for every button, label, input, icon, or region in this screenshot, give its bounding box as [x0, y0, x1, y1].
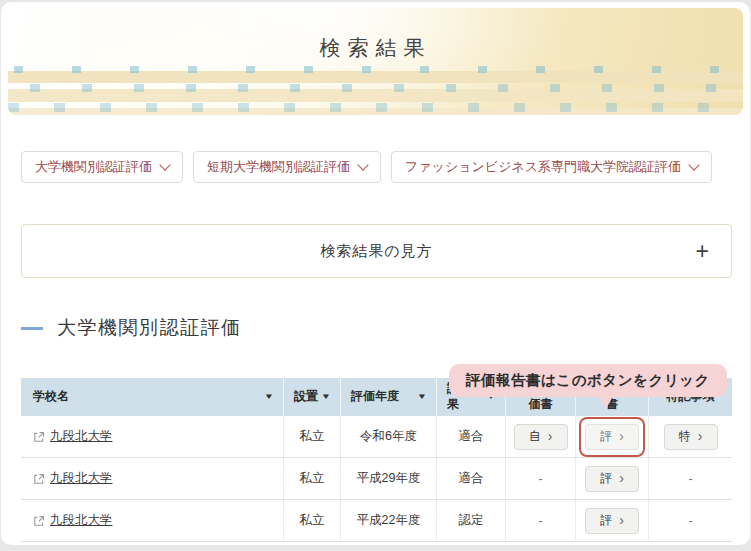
external-link-icon: [33, 515, 45, 527]
filter-dropdown-chip[interactable]: 大学機関別認証評価: [21, 151, 183, 183]
table-row: 九段北大学 私立 令和6年度 適合 自› 評› 特›: [21, 416, 732, 458]
section-title: 大学機関別認証評価: [57, 315, 242, 341]
evaluation-result-cell: 適合: [437, 458, 506, 499]
external-link-icon: [33, 431, 45, 443]
report-button-tooltip: 評価報告書はこのボタンをクリック: [449, 364, 727, 397]
special-notes-cell: -: [649, 458, 732, 499]
filter-chip-row: 大学機関別認証評価 短期大学機関別認証評価 ファッションビジネス系専門職大学院認…: [21, 151, 712, 183]
school-link[interactable]: 九段北大学: [50, 428, 113, 445]
button-label: 評: [600, 428, 612, 445]
section-dash-icon: [21, 327, 43, 330]
establishment-cell: 私立: [284, 500, 341, 541]
column-header-label: 学校名: [33, 389, 69, 405]
evaluation-report-cell: 評›: [576, 416, 649, 457]
button-label: 自: [529, 428, 541, 445]
button-label: 特: [679, 428, 691, 445]
special-document-button[interactable]: 特›: [664, 424, 718, 450]
accordion-label: 検索結果の見方: [320, 242, 432, 261]
chevron-right-icon: ›: [619, 429, 624, 443]
results-help-accordion[interactable]: 検索結果の見方 +: [21, 224, 732, 278]
filter-chip-label: 短期大学機関別認証評価: [207, 158, 350, 176]
sort-desc-icon[interactable]: ▼: [417, 392, 427, 402]
chevron-down-icon: [159, 159, 170, 170]
results-table: 学校名▼設置▼評価年度▼評価結果▼自己評価書評価報告書特記事項 九段北大学 私立…: [21, 378, 732, 542]
tooltip-text: 評価報告書はこのボタンをクリック: [466, 371, 710, 390]
table-row: 九段北大学 私立 平成29年度 適合 - 評› -: [21, 458, 732, 500]
plus-icon[interactable]: +: [696, 240, 710, 263]
special-notes-cell: -: [649, 500, 732, 541]
external-link-icon: [33, 473, 45, 485]
evaluation-year-cell: 令和6年度: [341, 416, 437, 457]
special-notes-cell: 特›: [649, 416, 732, 457]
report-document-button[interactable]: 評›: [585, 466, 639, 492]
filter-chip-label: 大学機関別認証評価: [35, 158, 152, 176]
page-title: 検索結果: [8, 34, 743, 62]
filter-dropdown-chip[interactable]: ファッションビジネス系専門職大学院認証評価: [391, 151, 712, 183]
button-label: 評: [600, 470, 612, 487]
chevron-right-icon: ›: [619, 471, 624, 485]
column-header-label: 設置: [294, 389, 318, 405]
sort-desc-icon[interactable]: ▼: [321, 392, 331, 402]
evaluation-year-cell: 平成29年度: [341, 458, 437, 499]
school-link[interactable]: 九段北大学: [50, 512, 113, 529]
report-document-button[interactable]: 評›: [585, 508, 639, 534]
evaluation-report-cell: 評›: [576, 458, 649, 499]
school-link[interactable]: 九段北大学: [50, 470, 113, 487]
table-body: 九段北大学 私立 令和6年度 適合 自› 評› 特› 九段北大学 私立 平成29…: [21, 416, 732, 542]
section-heading: 大学機関別認証評価: [21, 315, 242, 341]
evaluation-report-cell: 評›: [576, 500, 649, 541]
chevron-right-icon: ›: [548, 429, 553, 443]
self-evaluation-cell: -: [506, 458, 576, 499]
results-card: 検索結果 大学機関別認証評価 短期大学機関別認証評価 ファッションビジネス系専門…: [1, 2, 750, 545]
column-header-label: 評価年度: [351, 389, 399, 405]
establishment-cell: 私立: [284, 458, 341, 499]
chevron-right-icon: ›: [619, 513, 624, 527]
filter-chip-label: ファッションビジネス系専門職大学院認証評価: [405, 158, 681, 176]
button-label: 評: [600, 512, 612, 529]
header-banner-image: 検索結果: [8, 8, 743, 115]
chevron-down-icon: [357, 159, 368, 170]
filter-dropdown-chip[interactable]: 短期大学機関別認証評価: [193, 151, 381, 183]
evaluation-result-cell: 認定: [437, 500, 506, 541]
establishment-cell: 私立: [284, 416, 341, 457]
chevron-right-icon: ›: [698, 429, 703, 443]
chevron-down-icon: [688, 159, 699, 170]
evaluation-year-cell: 平成22年度: [341, 500, 437, 541]
report-document-button[interactable]: 評›: [585, 424, 639, 450]
self-evaluation-cell: -: [506, 500, 576, 541]
table-row: 九段北大学 私立 平成22年度 認定 - 評› -: [21, 500, 732, 542]
column-header[interactable]: 設置▼: [284, 378, 341, 416]
self-evaluation-cell: 自›: [506, 416, 576, 457]
sort-desc-icon[interactable]: ▼: [264, 392, 274, 402]
column-header[interactable]: 学校名▼: [21, 378, 284, 416]
column-header[interactable]: 評価年度▼: [341, 378, 437, 416]
evaluation-result-cell: 適合: [437, 416, 506, 457]
self-document-button[interactable]: 自›: [514, 424, 568, 450]
